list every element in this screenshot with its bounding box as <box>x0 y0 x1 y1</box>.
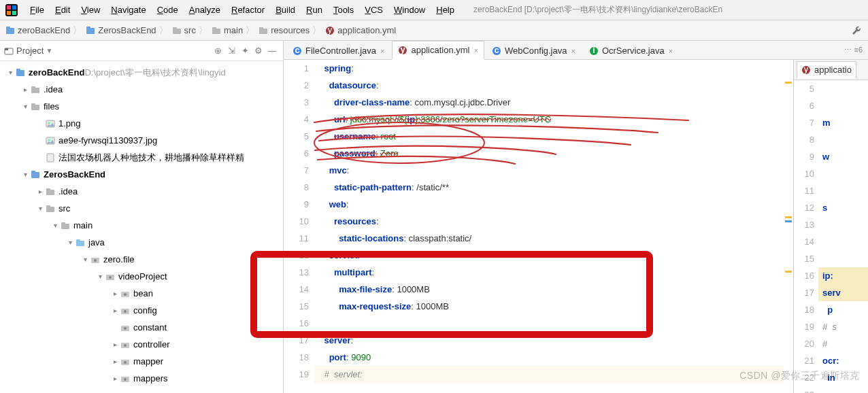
code-editor[interactable]: 12345678910111213141516171819 spring: da… <box>284 60 793 393</box>
code-line-16[interactable] <box>314 315 793 332</box>
split-code-line-17[interactable]: serv <box>818 284 868 301</box>
code-line-8[interactable]: static-path-pattern: /static/** <box>314 179 793 196</box>
breadcrumb-application-yml[interactable]: yapplication.yml <box>325 25 396 35</box>
code-line-11[interactable]: static-locations: classpath:static/ <box>314 230 793 247</box>
tree-item-1-png[interactable]: 1.png <box>0 115 283 132</box>
tree-item-java[interactable]: ▾java <box>0 234 283 251</box>
code-line-6[interactable]: password: Zero <box>314 145 793 162</box>
tree-item-mapper[interactable]: ▸mapper <box>0 353 283 370</box>
split-code-line-10[interactable] <box>818 165 868 182</box>
close-tab-icon[interactable]: × <box>669 47 673 55</box>
split-code-line-11[interactable] <box>818 182 868 199</box>
select-opened-file-icon[interactable]: ⊕ <box>211 46 224 56</box>
hide-tool-window-icon[interactable]: — <box>265 46 279 56</box>
menu-tools[interactable]: Tools <box>328 5 359 15</box>
menu-navigate[interactable]: Navigate <box>105 5 151 15</box>
code-line-19[interactable]: # servlet: <box>314 366 793 383</box>
split-code-line-13[interactable] <box>818 216 868 233</box>
tree-item--idea[interactable]: ▸.idea <box>0 81 283 98</box>
code-line-17[interactable]: server: <box>314 332 793 349</box>
code-line-15[interactable]: max-request-size: 1000MB <box>314 298 793 315</box>
menu-help[interactable]: Help <box>431 5 460 15</box>
breadcrumb-zerobackend[interactable]: zeroBackEnd〉 <box>5 24 84 37</box>
tree-twisty-icon[interactable]: ▸ <box>35 188 45 195</box>
split-code-line-21[interactable]: ocr: <box>818 352 868 369</box>
tree-item--idea[interactable]: ▸.idea <box>0 183 283 200</box>
split-code-line-20[interactable]: # <box>818 335 868 352</box>
tree-item--[interactable]: 法国农场机器人种地技术，耕地播种除草样样精 <box>0 149 283 166</box>
menu-refactor[interactable]: Refactor <box>226 5 270 15</box>
code-line-13[interactable]: multipart: <box>314 264 793 281</box>
tree-item-zerosbackend[interactable]: ▾ZerosBackEnd <box>0 166 283 183</box>
split-code-line-19[interactable]: # s <box>818 318 868 335</box>
tree-twisty-icon[interactable]: ▾ <box>80 256 90 263</box>
tree-item-bean[interactable]: ▸bean <box>0 285 283 302</box>
tree-item-constant[interactable]: constant <box>0 319 283 336</box>
split-code-line-14[interactable] <box>818 233 868 250</box>
tree-item-mappers[interactable]: ▸mappers <box>0 370 283 387</box>
close-tab-icon[interactable]: × <box>571 47 575 55</box>
split-code-line-23[interactable]: pa <box>818 386 868 393</box>
code-line-7[interactable]: mvc: <box>314 162 793 179</box>
tree-item-controller[interactable]: ▸controller <box>0 336 283 353</box>
menu-edit[interactable]: Edit <box>50 5 76 15</box>
code-line-2[interactable]: datasource: <box>314 77 793 94</box>
tab-filecontroller-java[interactable]: cFileController.java× <box>286 41 390 59</box>
split-code-line-6[interactable] <box>818 97 868 114</box>
tree-item-zero-file[interactable]: ▾zero.file <box>0 251 283 268</box>
menu-window[interactable]: Window <box>388 5 431 15</box>
tree-twisty-icon[interactable]: ▾ <box>50 222 60 229</box>
code-line-9[interactable]: web: <box>314 196 793 213</box>
tab-application-yml[interactable]: yapplication.yml× <box>392 41 484 60</box>
tree-twisty-icon[interactable]: ▸ <box>110 358 120 365</box>
tab-application-yml-split[interactable]: y applicatio <box>797 61 856 79</box>
tree-twisty-icon[interactable]: ▾ <box>65 239 75 246</box>
expand-all-icon[interactable]: ⇲ <box>224 46 238 56</box>
split-code-line-22[interactable]: in <box>818 369 868 386</box>
menu-view[interactable]: View <box>76 5 105 15</box>
tree-item-main[interactable]: ▾main <box>0 217 283 234</box>
collapse-all-icon[interactable]: ✦ <box>238 46 252 56</box>
split-code-line-5[interactable] <box>818 80 868 97</box>
settings-gear-icon[interactable]: ⚙ <box>252 46 265 56</box>
tree-twisty-icon[interactable]: ▾ <box>20 103 30 110</box>
tree-twisty-icon[interactable]: ▸ <box>110 290 120 297</box>
close-tab-icon[interactable]: × <box>473 46 478 54</box>
code-line-1[interactable]: spring: <box>314 60 793 77</box>
menu-run[interactable]: Run <box>301 5 328 15</box>
split-editor-content[interactable]: mwsip:serv p# s#ocr: in pa <box>818 80 868 393</box>
build-icon[interactable] <box>850 24 861 35</box>
editor-error-stripe[interactable] <box>784 80 793 393</box>
split-code-line-15[interactable] <box>818 250 868 267</box>
tree-twisty-icon[interactable]: ▾ <box>95 273 105 280</box>
code-line-14[interactable]: max-file-size: 1000MB <box>314 281 793 298</box>
split-code-line-8[interactable] <box>818 131 868 148</box>
tree-twisty-icon[interactable]: ▸ <box>110 341 120 348</box>
menu-vcs[interactable]: VCS <box>359 5 388 15</box>
breadcrumb-resources[interactable]: resources〉 <box>258 24 324 37</box>
tree-twisty-icon[interactable]: ▸ <box>110 375 120 382</box>
code-line-3[interactable]: driver-class-name: com.mysql.cj.jdbc.Dri… <box>314 94 793 111</box>
tree-item-zerobackend[interactable]: ▾zeroBackEnd D:\project\零一电科\技术资料\lingyi… <box>0 64 283 81</box>
tree-item-ae9e-fyrwsqi1130937-jpg[interactable]: ae9e-fyrwsqi1130937.jpg <box>0 132 283 149</box>
tree-item-videoproject[interactable]: ▾videoProject <box>0 268 283 285</box>
tree-twisty-icon[interactable]: ▸ <box>110 307 120 314</box>
tab-ocrservice-java[interactable]: iOcrService.java× <box>583 41 679 59</box>
code-line-5[interactable]: username: root <box>314 128 793 145</box>
editor-content[interactable]: spring: datasource: driver-class-name: c… <box>314 60 793 393</box>
split-code-line-7[interactable]: m <box>818 114 868 131</box>
split-code-line-9[interactable]: w <box>818 148 868 165</box>
menu-analyze[interactable]: Analyze <box>184 5 226 15</box>
code-line-12[interactable]: servlet: <box>314 247 793 264</box>
code-line-4[interactable]: url: jdbc:mysql://${ip}:3306/zero?server… <box>314 111 793 128</box>
tree-item-config[interactable]: ▸config <box>0 302 283 319</box>
project-view-dropdown-icon[interactable]: ▼ <box>46 47 52 54</box>
breadcrumb-zerosbackend[interactable]: ZerosBackEnd〉 <box>86 24 170 37</box>
tabs-overflow-indicator[interactable]: ⋯ ≡6 <box>844 46 863 54</box>
menu-code[interactable]: Code <box>152 5 184 15</box>
menu-build[interactable]: Build <box>270 5 301 15</box>
tree-twisty-icon[interactable]: ▾ <box>20 171 30 178</box>
tree-item-src[interactable]: ▾src <box>0 200 283 217</box>
tree-twisty-icon[interactable]: ▾ <box>35 205 45 212</box>
tree-twisty-icon[interactable]: ▾ <box>5 69 15 76</box>
